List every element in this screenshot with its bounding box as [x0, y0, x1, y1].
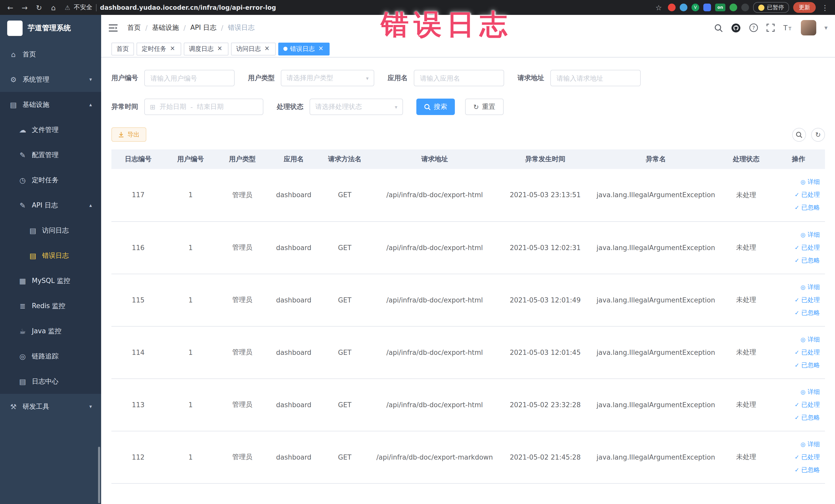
- mark-processed-link[interactable]: ✓ 已处理: [795, 296, 820, 304]
- avatar[interactable]: [801, 20, 816, 36]
- tab-scheduled-tasks[interactable]: 定时任务 ×: [137, 42, 181, 55]
- search-button[interactable]: 搜索: [416, 99, 455, 115]
- detail-link[interactable]: ◎ 详细: [801, 387, 820, 396]
- forward-icon[interactable]: →: [20, 3, 30, 12]
- close-icon[interactable]: ×: [263, 45, 270, 53]
- column-header-exception-time: 异常发生时间: [499, 149, 591, 169]
- tab-schedule-log[interactable]: 调度日志 ×: [184, 42, 228, 55]
- cell-user-type: 管理员: [217, 326, 268, 379]
- mark-processed-link[interactable]: ✓ 已处理: [795, 452, 820, 461]
- sidebar-scrollbar[interactable]: [98, 447, 100, 503]
- close-icon[interactable]: ×: [317, 45, 324, 53]
- breadcrumb-infrastructure[interactable]: 基础设施: [152, 23, 179, 32]
- search-icon[interactable]: [714, 23, 723, 32]
- close-icon[interactable]: ×: [216, 45, 223, 53]
- sidebar-item-error-log[interactable]: ▤ 错误日志: [0, 243, 101, 268]
- cell-user-type: 管理员: [217, 169, 268, 221]
- extension-icon-paw[interactable]: [741, 4, 749, 11]
- sidebar-item-java-monitor[interactable]: ☕ Java 监控: [0, 318, 101, 344]
- reset-button[interactable]: ↻ 重置: [465, 99, 504, 115]
- reload-icon[interactable]: ↻: [34, 3, 44, 12]
- date-range-picker[interactable]: ⊞ 开始日期 - 结束日期: [144, 99, 263, 115]
- mark-processed-link[interactable]: ✓ 已处理: [795, 243, 820, 252]
- download-icon: [118, 132, 124, 138]
- paused-extension-chip[interactable]: 已暂停: [753, 2, 789, 13]
- help-icon[interactable]: ?: [749, 23, 758, 32]
- mark-ignored-link[interactable]: ✓ 已忽略: [795, 465, 820, 474]
- cell-app-name: dashboard: [268, 431, 319, 483]
- tab-label: 首页: [117, 44, 129, 53]
- sidebar-item-file-management[interactable]: ☁ 文件管理: [0, 117, 101, 142]
- security-label[interactable]: 不安全: [74, 3, 93, 12]
- detail-link[interactable]: ◎ 详细: [801, 230, 820, 239]
- app-name-input[interactable]: [414, 70, 504, 86]
- sidebar-item-scheduled-tasks[interactable]: ◷ 定时任务: [0, 167, 101, 193]
- back-icon[interactable]: ←: [5, 3, 15, 12]
- export-button[interactable]: 导出: [111, 127, 146, 142]
- chevron-down-icon: ▾: [89, 77, 92, 82]
- breadcrumb-api-log[interactable]: API 日志: [190, 23, 217, 32]
- mark-processed-link[interactable]: ✓ 已处理: [795, 400, 820, 409]
- extension-icon-drop[interactable]: [680, 4, 687, 11]
- extension-icon-on-badge[interactable]: on: [715, 4, 726, 11]
- refresh-button[interactable]: ↻: [811, 127, 825, 141]
- browser-update-button[interactable]: 更新: [793, 2, 816, 13]
- address-bar[interactable]: ⚠ 不安全 dashboard.yudao.iocoder.cn/infra/l…: [63, 3, 649, 12]
- mark-ignored-link[interactable]: ✓ 已忽略: [795, 361, 820, 369]
- sidebar-item-home[interactable]: ⌂ 首页: [0, 42, 101, 67]
- sidebar-item-redis-monitor[interactable]: ≣ Redis 监控: [0, 293, 101, 318]
- extension-icon-red[interactable]: [668, 4, 676, 11]
- cell-request-url: /api/infra/db-doc/export-html: [370, 274, 499, 326]
- check-icon: ✓: [795, 401, 799, 408]
- tab-error-log[interactable]: 错误日志 ×: [278, 42, 330, 55]
- bookmark-star-icon[interactable]: ☆: [653, 3, 664, 12]
- sidebar-item-api-log[interactable]: ✎ API 日志 ▴: [0, 193, 101, 218]
- tab-access-log[interactable]: 访问日志 ×: [231, 42, 276, 55]
- sidebar-item-mysql-monitor[interactable]: ▦ MySQL 监控: [0, 268, 101, 293]
- detail-link[interactable]: ◎ 详细: [801, 178, 820, 187]
- home-icon[interactable]: ⌂: [48, 3, 59, 12]
- mark-ignored-link[interactable]: ✓ 已忽略: [795, 413, 820, 422]
- detail-link[interactable]: ◎ 详细: [801, 283, 820, 291]
- tab-home[interactable]: 首页: [111, 42, 134, 55]
- document-icon: ▤: [29, 226, 37, 235]
- request-url-input[interactable]: [550, 70, 641, 86]
- browser-menu-icon[interactable]: ⋮: [820, 3, 830, 12]
- sidebar-item-system-management[interactable]: ⚙ 系统管理 ▾: [0, 67, 101, 92]
- mark-ignored-link[interactable]: ✓ 已忽略: [795, 204, 820, 212]
- detail-link[interactable]: ◎ 详细: [801, 335, 820, 344]
- mark-processed-link[interactable]: ✓ 已处理: [795, 348, 820, 357]
- font-size-icon[interactable]: TT: [783, 24, 793, 32]
- cell-user-type: 管理员: [217, 221, 268, 274]
- user-id-input[interactable]: [144, 70, 235, 86]
- menu-label: 首页: [23, 49, 36, 59]
- avatar-caret-icon[interactable]: ▼: [824, 25, 828, 30]
- mark-ignored-link[interactable]: ✓ 已忽略: [795, 256, 820, 265]
- sidebar-item-dev-tools[interactable]: ⚒ 研发工具 ▾: [0, 394, 101, 419]
- check-icon: ✓: [795, 454, 799, 460]
- mark-processed-link[interactable]: ✓ 已处理: [795, 191, 820, 200]
- sidebar-item-config-management[interactable]: ✎ 配置管理: [0, 142, 101, 167]
- menu-label: Redis 监控: [32, 301, 65, 310]
- fullscreen-icon[interactable]: [767, 24, 775, 32]
- cell-user-id: 1: [165, 431, 216, 483]
- process-status-select[interactable]: 请选择处理状态 ▾: [309, 99, 403, 115]
- extension-icon-leaf[interactable]: [730, 4, 737, 11]
- extension-icon-grid[interactable]: [703, 4, 711, 11]
- sidebar-item-trace[interactable]: ◎ 链路追踪: [0, 344, 101, 369]
- edit-icon: ✎: [19, 151, 27, 159]
- user-type-select[interactable]: 请选择用户类型 ▾: [281, 70, 374, 86]
- hamburger-icon[interactable]: [109, 24, 120, 32]
- search-toggle-button[interactable]: [792, 127, 806, 141]
- mark-ignored-link[interactable]: ✓ 已忽略: [795, 308, 820, 317]
- extension-icon-v[interactable]: V: [692, 4, 699, 11]
- breadcrumb-home[interactable]: 首页: [127, 23, 141, 32]
- sidebar-item-log-center[interactable]: ▤ 日志中心: [0, 369, 101, 394]
- close-icon[interactable]: ×: [169, 45, 176, 53]
- detail-link-label: 详细: [808, 230, 820, 239]
- detail-link[interactable]: ◎ 详细: [801, 440, 820, 448]
- menu-label: API 日志: [32, 201, 58, 210]
- github-icon[interactable]: [731, 23, 741, 33]
- sidebar-item-access-log[interactable]: ▤ 访问日志: [0, 218, 101, 243]
- sidebar-item-infrastructure[interactable]: ▤ 基础设施 ▴: [0, 92, 101, 117]
